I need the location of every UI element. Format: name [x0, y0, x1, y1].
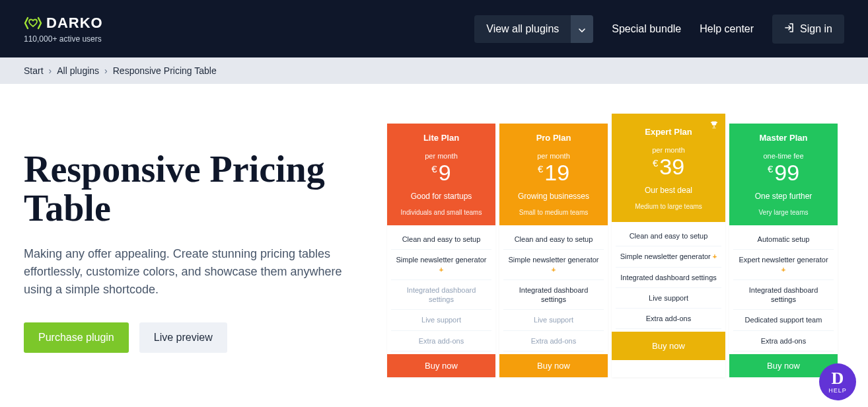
feature-list: Automatic setupExpert newsletter generat…	[729, 225, 838, 352]
sign-in-label: Sign in	[800, 23, 832, 35]
feature-item: Clean and easy to setup	[503, 229, 604, 250]
pricing-cards: Lite Planper month€9Good for startupsInd…	[387, 124, 838, 377]
signin-icon	[784, 22, 795, 36]
view-plugins-dropdown: View all plugins	[474, 15, 593, 43]
plan-name: Master Plan	[735, 133, 832, 143]
feature-item: Extra add-ons	[733, 331, 834, 352]
buy-button[interactable]: Buy now	[612, 332, 725, 360]
preview-button[interactable]: Live preview	[139, 322, 227, 353]
plan-tagline: Growing businesses	[505, 192, 602, 201]
plan-audience: Very large teams	[735, 209, 832, 219]
brand-name: DARKO	[46, 15, 103, 32]
feature-item: Simple newsletter generator +	[503, 250, 604, 280]
feature-item: Extra add-ons	[616, 309, 721, 329]
feature-item: Live support	[616, 288, 721, 309]
pricing-card: Pro Planper month€19Growing businessesSm…	[499, 124, 608, 377]
plan-period: per month	[505, 152, 602, 160]
feature-item: Simple newsletter generator +	[391, 250, 491, 280]
brand-subtitle: 110,000+ active users	[24, 34, 103, 44]
main-content: Responsive Pricing Table Making any offe…	[0, 84, 868, 377]
feature-item: Clean and easy to setup	[391, 229, 491, 250]
plan-tagline: Our best deal	[617, 186, 720, 195]
plan-audience: Small to medium teams	[505, 209, 602, 219]
feature-item: Extra add-ons	[391, 331, 491, 352]
feature-list: Clean and easy to setupSimple newsletter…	[387, 225, 495, 352]
buy-button[interactable]: Buy now	[499, 354, 608, 377]
card-header: Lite Planper month€9Good for startupsInd…	[387, 124, 495, 225]
top-nav: DARKO 110,000+ active users View all plu…	[0, 0, 868, 57]
price: €99	[735, 161, 832, 184]
plan-tagline: Good for startups	[392, 192, 490, 201]
chevron-right-icon: ›	[49, 65, 52, 76]
plan-name: Pro Plan	[505, 133, 602, 143]
breadcrumb-all-plugins[interactable]: All plugins	[57, 65, 99, 76]
feature-list: Clean and easy to setupSimple newsletter…	[499, 225, 608, 352]
plan-period: per month	[392, 152, 490, 160]
chevron-right-icon: ›	[104, 65, 108, 76]
brand-logo: DARKO	[24, 15, 103, 32]
page-title: Responsive Pricing Table	[24, 150, 367, 228]
feature-item: Clean and easy to setup	[616, 226, 721, 246]
feature-item: Integrated dashboard settings	[733, 280, 834, 311]
card-header: Expert Planper month€39Our best dealMedi…	[612, 114, 725, 222]
nav-links: View all plugins Special bundle Help cen…	[474, 15, 844, 44]
help-widget-letter: D	[832, 370, 844, 387]
plus-icon: +	[713, 252, 717, 260]
plan-name: Expert Plan	[617, 127, 720, 137]
page-description: Making any offer appealing. Create stunn…	[24, 245, 354, 299]
feature-item: Dedicated support team	[733, 310, 834, 330]
feature-list: Clean and easy to setupSimple newsletter…	[612, 222, 725, 329]
breadcrumb: Start › All plugins › Responsive Pricing…	[0, 57, 868, 84]
plan-period: one-time fee	[735, 152, 832, 160]
plan-tagline: One step further	[735, 192, 832, 201]
pricing-card: Master Planone-time fee€99One step furth…	[729, 124, 838, 377]
plus-icon: +	[781, 266, 785, 274]
feature-item: Integrated dashboard settings	[391, 280, 491, 311]
sign-in-button[interactable]: Sign in	[772, 15, 844, 44]
feature-item: Extra add-ons	[503, 331, 604, 352]
card-header: Master Planone-time fee€99One step furth…	[729, 124, 838, 225]
plus-icon: +	[552, 266, 556, 274]
pricing-card: Lite Planper month€9Good for startupsInd…	[387, 124, 495, 377]
plus-icon: +	[439, 266, 443, 274]
pricing-card: Expert Planper month€39Our best dealMedi…	[612, 114, 725, 377]
plan-audience: Medium to large teams	[617, 203, 720, 213]
help-widget-label: HELP	[828, 387, 847, 394]
nav-special-bundle[interactable]: Special bundle	[612, 23, 681, 35]
feature-item: Integrated dashboard settings	[503, 280, 604, 311]
price: €9	[392, 161, 490, 184]
purchase-button[interactable]: Purchase plugin	[24, 322, 129, 353]
breadcrumb-current: Responsive Pricing Table	[113, 65, 217, 76]
view-plugins-caret[interactable]	[571, 15, 593, 43]
plan-period: per month	[617, 146, 720, 154]
plan-audience: Individuals and small teams	[392, 209, 490, 219]
breadcrumb-start[interactable]: Start	[24, 65, 44, 76]
card-header: Pro Planper month€19Growing businessesSm…	[499, 124, 608, 225]
feature-item: Simple newsletter generator +	[616, 246, 721, 267]
buy-button[interactable]: Buy now	[387, 354, 495, 377]
feature-item: Live support	[391, 310, 491, 330]
plan-name: Lite Plan	[392, 133, 490, 143]
heart-brackets-icon	[24, 16, 42, 30]
hero-section: Responsive Pricing Table Making any offe…	[24, 124, 367, 377]
feature-item: Expert newsletter generator +	[733, 250, 834, 280]
chevron-down-icon	[579, 23, 585, 35]
brand-block[interactable]: DARKO 110,000+ active users	[24, 15, 103, 44]
feature-item: Automatic setup	[733, 229, 834, 250]
feature-item: Live support	[503, 310, 604, 330]
price: €39	[617, 155, 720, 178]
feature-item: Integrated dashboard settings	[616, 268, 721, 288]
view-plugins-button[interactable]: View all plugins	[474, 15, 571, 43]
cta-buttons: Purchase plugin Live preview	[24, 322, 367, 353]
nav-help-center[interactable]: Help center	[700, 23, 754, 35]
price: €19	[505, 161, 602, 184]
trophy-icon	[709, 120, 719, 132]
help-widget[interactable]: D HELP	[819, 363, 856, 400]
